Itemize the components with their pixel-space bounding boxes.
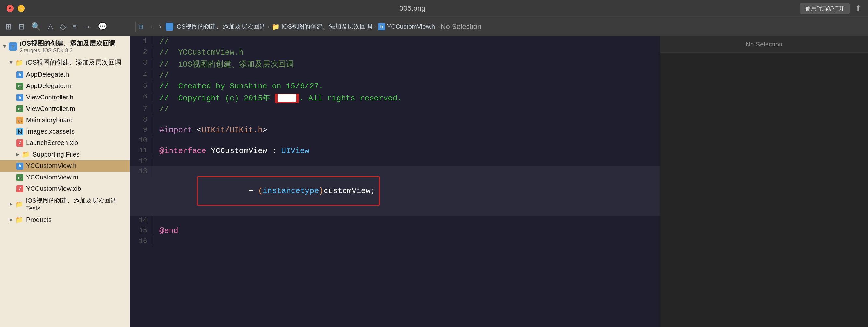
file-yccustomview-h[interactable]: h YCCustomView.h xyxy=(0,160,130,172)
inspector-title: No Selection xyxy=(746,41,782,48)
group-name: iOS视图的创建、添加及层次回调Tests xyxy=(26,196,127,212)
git-icon[interactable]: ◇ xyxy=(60,22,66,31)
grid-nav-icon[interactable]: ⊞ xyxy=(138,23,144,31)
window-title: 005.png xyxy=(25,4,800,13)
line-number: 16 xyxy=(130,236,153,247)
code-line-16: 16 xyxy=(130,236,660,247)
code-line-11: 11 @interface YCCustomView : UIView xyxy=(130,145,660,156)
file-viewcontroller-m[interactable]: m ViewController.m xyxy=(0,103,130,115)
line-number: 11 xyxy=(130,145,153,156)
line-number: 4 xyxy=(130,70,153,80)
file-yccustomview-m[interactable]: m YCCustomView.m xyxy=(0,172,130,183)
filename: LaunchScreen.xib xyxy=(26,139,78,146)
project-name: iOS视图的创建、添加及层次回调 xyxy=(20,39,116,48)
line-content: // Created by Sunshine on 15/6/27. xyxy=(153,81,660,92)
inspector-panel: No Selection xyxy=(660,36,868,327)
arrow-icon[interactable]: → xyxy=(83,22,91,31)
nav-section: ⊞ ‹ › iOS视图的创建、添加及层次回调 › 📁 iOS视图的创建、添加及层… xyxy=(136,21,863,32)
h-icon: h xyxy=(16,163,24,170)
code-line-13: 13 + (instancetype)customView; xyxy=(130,166,660,216)
breadcrumb-project[interactable]: iOS视图的创建、添加及层次回调 xyxy=(175,23,266,31)
code-line-7: 7 // xyxy=(130,104,660,115)
xcassets-icon: 🖼 xyxy=(16,128,24,135)
line-content: // xyxy=(153,70,660,81)
products-triangle[interactable]: ▶ xyxy=(10,218,13,222)
group-triangle[interactable]: ▶ xyxy=(9,61,14,64)
line-content: @interface YCCustomView : UIView xyxy=(153,145,660,156)
line-content xyxy=(153,156,660,158)
line-content xyxy=(153,135,660,137)
inspector-header: No Selection xyxy=(660,36,868,53)
line-number: 6 xyxy=(130,92,153,102)
breadcrumb-file[interactable]: YCCustomView.h xyxy=(387,23,435,30)
breakpoint-icon[interactable]: ≡ xyxy=(72,22,77,31)
file-yccustomview-xib[interactable]: X YCCustomView.xib xyxy=(0,183,130,194)
line-content: // YCCustomView.h xyxy=(153,47,660,58)
file-images-xcassets[interactable]: 🖼 Images.xcassets xyxy=(0,126,130,137)
code-line-2: 2 // YCCustomView.h xyxy=(130,47,660,58)
breadcrumb: iOS视图的创建、添加及层次回调 › 📁 iOS视图的创建、添加及层次回调 › … xyxy=(165,23,863,31)
title-bar: ✕ – 005.png 使用"预览"打开 ⬆ xyxy=(0,0,868,17)
warning-icon[interactable]: △ xyxy=(48,22,53,31)
breadcrumb-folder[interactable]: iOS视图的创建、添加及层次回调 xyxy=(282,23,373,31)
folder-triangle[interactable]: ▶ xyxy=(16,152,19,157)
group-name: Products xyxy=(26,216,52,224)
line-number: 14 xyxy=(130,216,153,226)
project-root[interactable]: ▶ i iOS视图的创建、添加及层次回调 2 targets, iOS SDK … xyxy=(0,36,130,56)
line-number: 10 xyxy=(130,135,153,145)
h-icon: h xyxy=(16,94,24,101)
search-icon[interactable]: 🔍 xyxy=(31,22,41,31)
line-number: 3 xyxy=(130,58,153,68)
group-products[interactable]: ▶ 📁 Products xyxy=(0,214,130,226)
line-number: 15 xyxy=(130,226,153,236)
storyboard-icon: 🎨 xyxy=(16,117,24,124)
line-number: 9 xyxy=(130,125,153,135)
nav-grid-icon[interactable]: ⊞ xyxy=(5,22,12,31)
products-folder-icon: 📁 xyxy=(15,216,24,224)
forward-button[interactable]: › xyxy=(156,21,164,32)
file-h-icon: h xyxy=(378,23,385,30)
collapse-triangle[interactable]: ▶ xyxy=(3,45,7,48)
back-button[interactable]: ‹ xyxy=(148,21,155,32)
filename: YCCustomView.m xyxy=(26,173,79,181)
file-launchscreen-xib[interactable]: X LaunchScreen.xib xyxy=(0,137,130,149)
code-line-12: 12 xyxy=(130,156,660,166)
code-line-4: 4 // xyxy=(130,70,660,81)
no-selection-label: No Selection xyxy=(441,23,482,31)
line-number: 7 xyxy=(130,104,153,114)
filename: Images.xcassets xyxy=(26,128,74,135)
file-main-storyboard[interactable]: 🎨 Main.storyboard xyxy=(0,115,130,126)
group-ios[interactable]: ▶ 📁 iOS视图的创建、添加及层次回调 xyxy=(0,56,130,69)
hierarchy-icon[interactable]: ⊟ xyxy=(18,22,25,31)
close-button[interactable]: ✕ xyxy=(6,5,14,12)
folder-supporting-files[interactable]: ▶ 📁 Supporting Files xyxy=(0,149,130,160)
tests-triangle[interactable]: ▶ xyxy=(10,202,13,206)
project-icon xyxy=(165,23,174,31)
code-line-8: 8 xyxy=(130,115,660,125)
sidebar: ▶ i iOS视图的创建、添加及层次回调 2 targets, iOS SDK … xyxy=(0,36,130,327)
line-number: 5 xyxy=(130,81,153,91)
filename: ViewController.m xyxy=(26,105,75,112)
line-number: 2 xyxy=(130,47,153,57)
group-name: iOS视图的创建、添加及层次回调 xyxy=(26,58,121,67)
code-line-6: 6 // Copyright (c) 2015年 ████. All right… xyxy=(130,92,660,104)
group-tests[interactable]: ▶ 📁 iOS视图的创建、添加及层次回调Tests xyxy=(0,194,130,214)
line-content: // Copyright (c) 2015年 ████. All rights … xyxy=(153,92,660,104)
file-appdelegate-h[interactable]: h AppDelegate.h xyxy=(0,69,130,80)
title-bar-controls: ✕ – xyxy=(6,5,25,12)
filename: ViewController.h xyxy=(26,94,73,101)
project-subtitle: 2 targets, iOS SDK 8.3 xyxy=(20,48,116,54)
line-content: + (instancetype)customView; xyxy=(153,166,660,216)
comment-icon[interactable]: 💬 xyxy=(98,22,107,31)
file-viewcontroller-h[interactable]: h ViewController.h xyxy=(0,92,130,103)
group-folder-icon: 📁 xyxy=(15,59,24,67)
line-number: 12 xyxy=(130,156,153,166)
minimize-button[interactable]: – xyxy=(18,5,25,12)
open-preview-button[interactable]: 使用"预览"打开 xyxy=(800,3,850,14)
h-icon: h xyxy=(16,71,24,78)
share-button[interactable]: ⬆ xyxy=(855,4,862,13)
line-content: // xyxy=(153,104,660,115)
code-editor[interactable]: 1 // 2 // YCCustomView.h 3 // iOS视图的创建、添… xyxy=(130,36,660,327)
code-line-5: 5 // Created by Sunshine on 15/6/27. xyxy=(130,81,660,92)
file-appdelegate-m[interactable]: m AppDelegate.m xyxy=(0,80,130,92)
